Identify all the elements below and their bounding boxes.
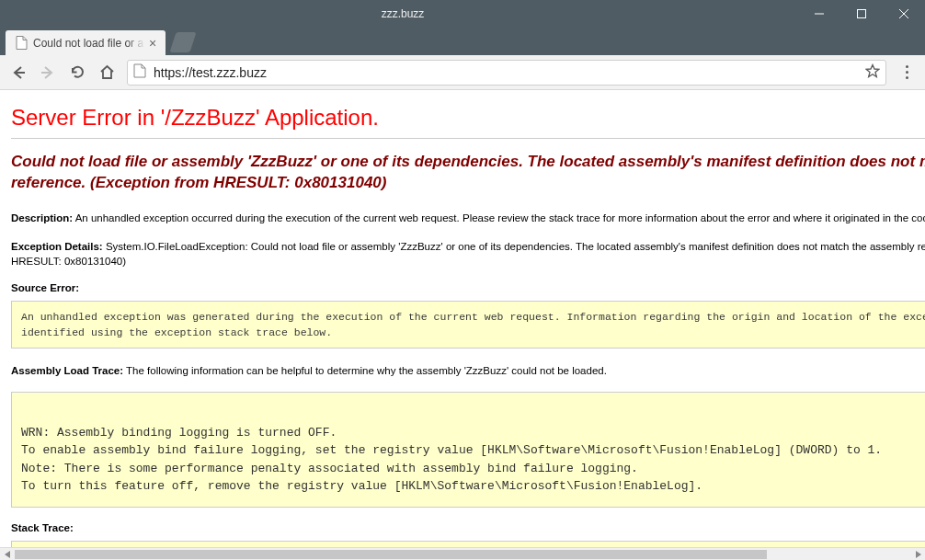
exception-details-text: System.IO.FileLoadException: Could not l… <box>11 241 925 268</box>
nav-reload-button[interactable] <box>64 60 90 86</box>
address-bar[interactable] <box>127 60 886 86</box>
description-block: Description: An unhandled exception occu… <box>11 211 925 226</box>
browser-toolbar <box>0 55 925 90</box>
exception-details-label: Exception Details: <box>11 241 103 252</box>
window-titlebar: zzz.buzz <box>0 0 925 28</box>
browser-tab[interactable]: Could not load file or ass × <box>6 30 166 55</box>
page-viewport: Server Error in '/ZzzBuzz' Application. … <box>0 92 925 547</box>
scroll-left-arrow-icon[interactable] <box>0 548 15 561</box>
description-text: An unhandled exception occurred during t… <box>75 212 925 223</box>
browser-tabstrip: Could not load file or ass × <box>0 26 925 55</box>
bookmark-star-icon[interactable] <box>865 63 880 82</box>
new-tab-button[interactable] <box>170 32 197 52</box>
stack-trace-label: Stack Trace: <box>11 522 925 533</box>
description-label: Description: <box>11 212 73 223</box>
assembly-load-trace-box: WRN: Assembly binding logging is turned … <box>11 392 925 508</box>
scroll-thumb[interactable] <box>15 550 767 559</box>
horizontal-scrollbar[interactable] <box>0 547 925 560</box>
window-minimize-button[interactable] <box>798 0 840 28</box>
tab-close-button[interactable]: × <box>149 37 156 50</box>
nav-home-button[interactable] <box>94 60 120 86</box>
window-maximize-button[interactable] <box>840 0 883 28</box>
page-favicon-icon <box>15 37 28 50</box>
error-subtitle: Could not load file or assembly 'ZzzBuzz… <box>11 152 925 194</box>
assembly-load-trace-text: The following information can be helpful… <box>126 365 607 376</box>
exception-details-block: Exception Details: System.IO.FileLoadExc… <box>11 239 925 269</box>
page-info-icon[interactable] <box>133 63 146 82</box>
scroll-right-arrow-icon[interactable] <box>910 548 925 561</box>
source-error-label: Source Error: <box>11 282 925 293</box>
divider <box>11 138 925 139</box>
assembly-load-trace-block: Assembly Load Trace: The following infor… <box>11 363 925 379</box>
window-title: zzz.buzz <box>7 7 798 20</box>
url-input[interactable] <box>152 64 865 81</box>
svg-rect-1 <box>858 10 866 18</box>
nav-forward-button[interactable] <box>35 60 61 86</box>
window-close-button[interactable] <box>883 0 925 28</box>
kebab-menu-icon <box>906 65 908 79</box>
nav-back-button[interactable] <box>6 60 31 86</box>
stack-trace-box: [FileLoadException: Could not load file … <box>11 541 925 547</box>
error-title: Server Error in '/ZzzBuzz' Application. <box>11 105 925 131</box>
scroll-track[interactable] <box>15 548 910 561</box>
assembly-load-trace-label: Assembly Load Trace: <box>11 365 123 376</box>
error-page: Server Error in '/ZzzBuzz' Application. … <box>0 92 925 547</box>
browser-menu-button[interactable] <box>894 60 919 86</box>
source-error-box: An unhandled exception was generated dur… <box>11 301 925 349</box>
